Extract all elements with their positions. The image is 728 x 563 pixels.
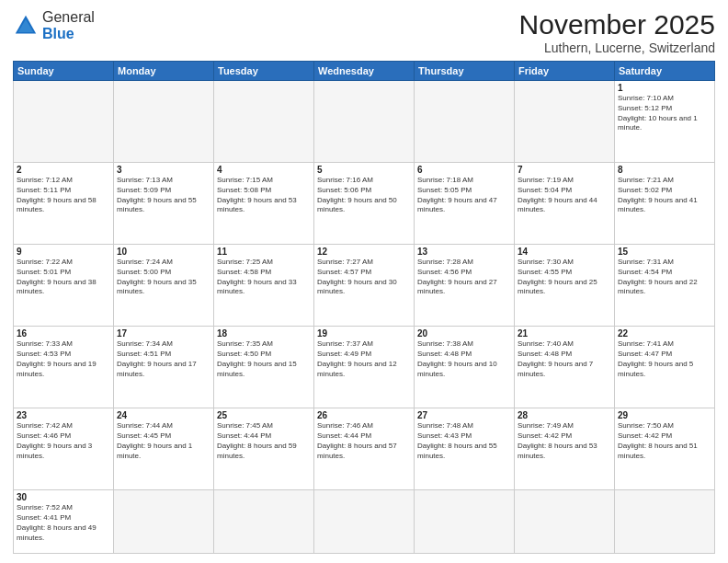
- empty-cell: [515, 490, 615, 554]
- day-7: 7 Sunrise: 7:19 AMSunset: 5:04 PMDayligh…: [515, 163, 615, 245]
- day-14: 14 Sunrise: 7:30 AMSunset: 4:55 PMDaylig…: [515, 245, 615, 327]
- header-sunday: Sunday: [14, 62, 114, 81]
- day-17: 17 Sunrise: 7:34 AMSunset: 4:51 PMDaylig…: [114, 327, 214, 408]
- week-row-5: 23 Sunrise: 7:42 AMSunset: 4:46 PMDaylig…: [14, 408, 715, 490]
- day-21: 21 Sunrise: 7:40 AMSunset: 4:48 PMDaylig…: [515, 327, 615, 408]
- day-23: 23 Sunrise: 7:42 AMSunset: 4:46 PMDaylig…: [14, 408, 114, 490]
- day-9: 9 Sunrise: 7:22 AMSunset: 5:01 PMDayligh…: [14, 245, 114, 327]
- empty-cell: [415, 81, 515, 163]
- day-16: 16 Sunrise: 7:33 AMSunset: 4:53 PMDaylig…: [14, 327, 114, 408]
- empty-cell: [415, 490, 515, 554]
- empty-cell: [615, 490, 715, 554]
- day-15: 15 Sunrise: 7:31 AMSunset: 4:54 PMDaylig…: [615, 245, 715, 327]
- empty-cell: [515, 81, 615, 163]
- week-row-1: 1 Sunrise: 7:10 AM Sunset: 5:12 PM Dayli…: [14, 81, 715, 163]
- day-num-1: 1: [618, 83, 711, 93]
- header-thursday: Thursday: [415, 62, 515, 81]
- empty-cell: [314, 490, 415, 554]
- month-title: November 2025: [519, 9, 715, 40]
- empty-cell: [114, 81, 214, 163]
- day-19: 19 Sunrise: 7:37 AMSunset: 4:49 PMDaylig…: [314, 327, 415, 408]
- logo-text: General Blue: [42, 9, 95, 41]
- day-28: 28 Sunrise: 7:49 AMSunset: 4:42 PMDaylig…: [515, 408, 615, 490]
- day-6: 6 Sunrise: 7:18 AMSunset: 5:05 PMDayligh…: [415, 163, 515, 245]
- day-2: 2 Sunrise: 7:12 AMSunset: 5:11 PMDayligh…: [14, 163, 114, 245]
- day-3: 3 Sunrise: 7:13 AMSunset: 5:09 PMDayligh…: [114, 163, 214, 245]
- header-tuesday: Tuesday: [214, 62, 314, 81]
- empty-cell: [314, 81, 415, 163]
- day-info-1: Sunrise: 7:10 AM Sunset: 5:12 PM Dayligh…: [618, 94, 711, 133]
- day-13: 13 Sunrise: 7:28 AMSunset: 4:56 PMDaylig…: [415, 245, 515, 327]
- empty-cell: [114, 490, 214, 554]
- week-row-2: 2 Sunrise: 7:12 AMSunset: 5:11 PMDayligh…: [14, 163, 715, 245]
- week-row-4: 16 Sunrise: 7:33 AMSunset: 4:53 PMDaylig…: [14, 327, 715, 408]
- day-5: 5 Sunrise: 7:16 AMSunset: 5:06 PMDayligh…: [314, 163, 415, 245]
- day-24: 24 Sunrise: 7:44 AMSunset: 4:45 PMDaylig…: [114, 408, 214, 490]
- location: Luthern, Lucerne, Switzerland: [519, 40, 715, 55]
- day-1: 1 Sunrise: 7:10 AM Sunset: 5:12 PM Dayli…: [615, 81, 715, 163]
- day-10: 10 Sunrise: 7:24 AMSunset: 5:00 PMDaylig…: [114, 245, 214, 327]
- header-monday: Monday: [114, 62, 214, 81]
- day-4: 4 Sunrise: 7:15 AMSunset: 5:08 PMDayligh…: [214, 163, 314, 245]
- logo-general-text: General: [42, 9, 95, 25]
- day-27: 27 Sunrise: 7:48 AMSunset: 4:43 PMDaylig…: [415, 408, 515, 490]
- day-30: 30 Sunrise: 7:52 AMSunset: 4:41 PMDaylig…: [14, 490, 114, 554]
- day-26: 26 Sunrise: 7:46 AMSunset: 4:44 PMDaylig…: [314, 408, 415, 490]
- day-11: 11 Sunrise: 7:25 AMSunset: 4:58 PMDaylig…: [214, 245, 314, 327]
- empty-cell: [214, 81, 314, 163]
- calendar-table: Sunday Monday Tuesday Wednesday Thursday…: [13, 61, 715, 554]
- week-row-6: 30 Sunrise: 7:52 AMSunset: 4:41 PMDaylig…: [14, 490, 715, 554]
- day-22: 22 Sunrise: 7:41 AMSunset: 4:47 PMDaylig…: [615, 327, 715, 408]
- header-wednesday: Wednesday: [314, 62, 415, 81]
- logo-blue-text: Blue: [42, 26, 74, 41]
- week-row-3: 9 Sunrise: 7:22 AMSunset: 5:01 PMDayligh…: [14, 245, 715, 327]
- day-20: 20 Sunrise: 7:38 AMSunset: 4:48 PMDaylig…: [415, 327, 515, 408]
- logo: General Blue: [13, 9, 95, 41]
- day-18: 18 Sunrise: 7:35 AMSunset: 4:50 PMDaylig…: [214, 327, 314, 408]
- page: General Blue November 2025 Luthern, Luce…: [0, 0, 728, 563]
- empty-cell: [214, 490, 314, 554]
- empty-cell: [14, 81, 114, 163]
- header: General Blue November 2025 Luthern, Luce…: [13, 9, 715, 55]
- day-12: 12 Sunrise: 7:27 AMSunset: 4:57 PMDaylig…: [314, 245, 415, 327]
- day-8: 8 Sunrise: 7:21 AMSunset: 5:02 PMDayligh…: [615, 163, 715, 245]
- day-25: 25 Sunrise: 7:45 AMSunset: 4:44 PMDaylig…: [214, 408, 314, 490]
- day-29: 29 Sunrise: 7:50 AMSunset: 4:42 PMDaylig…: [615, 408, 715, 490]
- header-saturday: Saturday: [615, 62, 715, 81]
- weekday-header-row: Sunday Monday Tuesday Wednesday Thursday…: [14, 62, 715, 81]
- header-friday: Friday: [515, 62, 615, 81]
- title-block: November 2025 Luthern, Lucerne, Switzerl…: [519, 9, 715, 55]
- logo-icon: [13, 13, 39, 39]
